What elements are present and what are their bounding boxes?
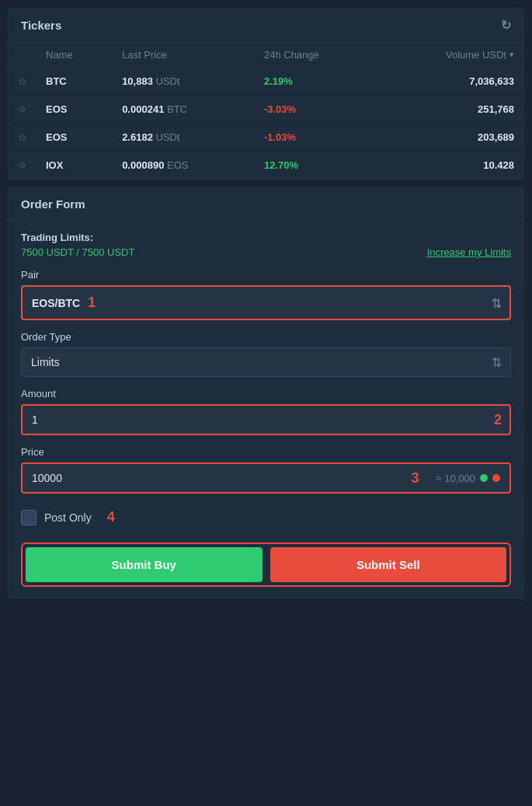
post-only-row: Post Only 4 bbox=[21, 504, 511, 530]
table-row: ☆ IOX 0.000890 EOS 12.70% 10.428 bbox=[9, 152, 523, 180]
price-approx: ≈ 10,000 bbox=[426, 473, 509, 484]
price-label: Price bbox=[21, 446, 511, 458]
ticker-name: EOS bbox=[37, 124, 113, 152]
ticker-volume: 7,036,633 bbox=[378, 68, 523, 96]
amount-input[interactable] bbox=[23, 406, 486, 434]
pair-group: Pair EOS/BTC 1 ⇅ bbox=[21, 269, 511, 320]
amount-input-box: 2 bbox=[21, 404, 511, 435]
tickers-table: Name Last Price 24h Change Volume USDt ▾… bbox=[9, 43, 523, 179]
order-form-body: Trading Limits: 7500 USDT / 7500 USDT In… bbox=[9, 221, 523, 598]
pair-select[interactable]: EOS/BTC 1 bbox=[21, 285, 511, 320]
post-only-label: Post Only bbox=[44, 511, 92, 524]
price-group: Price 3 ≈ 10,000 bbox=[21, 446, 511, 494]
table-row: ☆ EOS 0.000241 BTC -3.03% 251,768 bbox=[9, 96, 523, 124]
tickers-header-row: Name Last Price 24h Change Volume USDt ▾ bbox=[9, 43, 523, 68]
sort-icon[interactable]: ▾ bbox=[509, 50, 514, 60]
increase-limits-link[interactable]: Increase my Limits bbox=[427, 246, 511, 258]
price-input-box: 3 ≈ 10,000 bbox=[21, 462, 511, 494]
amount-label: Amount bbox=[21, 388, 511, 400]
price-approx-value: ≈ 10,000 bbox=[436, 473, 475, 484]
ticker-price: 0.000241 BTC bbox=[113, 96, 255, 124]
order-type-group: Order Type Limits Market Stop Limit bbox=[21, 331, 511, 377]
col-name: Name bbox=[37, 43, 113, 68]
tickers-title: Tickers bbox=[21, 19, 61, 32]
dot-green-icon bbox=[480, 474, 488, 482]
amount-group: Amount 2 bbox=[21, 388, 511, 435]
refresh-icon[interactable]: ↻ bbox=[501, 18, 511, 33]
col-volume: Volume USDt ▾ bbox=[378, 43, 523, 68]
order-type-label: Order Type bbox=[21, 331, 511, 343]
order-form-panel: Order Form Trading Limits: 7500 USDT / 7… bbox=[8, 187, 524, 598]
submit-sell-button[interactable]: Submit Sell bbox=[270, 547, 507, 582]
col-favorite bbox=[9, 43, 37, 68]
pair-value: EOS/BTC bbox=[32, 297, 80, 309]
tickers-panel: Tickers ↻ Name Last Price 24h Change Vol… bbox=[8, 8, 524, 180]
price-step: 3 bbox=[403, 470, 426, 487]
ticker-name: EOS bbox=[37, 96, 113, 124]
ticker-volume: 251,768 bbox=[378, 96, 523, 124]
submit-row: Submit Buy Submit Sell bbox=[21, 543, 511, 587]
pair-step: 1 bbox=[80, 295, 103, 311]
ticker-change: -1.03% bbox=[255, 124, 378, 152]
trading-limits-section: Trading Limits: 7500 USDT / 7500 USDT In… bbox=[21, 232, 511, 258]
trading-limits-row: 7500 USDT / 7500 USDT Increase my Limits bbox=[21, 246, 511, 258]
ticker-change: -3.03% bbox=[255, 96, 378, 124]
ticker-volume: 10.428 bbox=[378, 152, 523, 180]
order-type-select[interactable]: Limits Market Stop Limit bbox=[21, 347, 511, 377]
post-only-step: 4 bbox=[107, 509, 115, 525]
ticker-price: 10,883 USDt bbox=[113, 68, 255, 96]
ticker-volume: 203,689 bbox=[378, 124, 523, 152]
table-row: ☆ EOS 2.6182 USDt -1.03% 203,689 bbox=[9, 124, 523, 152]
order-type-select-wrapper: Limits Market Stop Limit bbox=[21, 347, 511, 377]
order-form-title: Order Form bbox=[21, 197, 85, 211]
ticker-change: 2.19% bbox=[255, 68, 378, 96]
submit-buy-button[interactable]: Submit Buy bbox=[26, 547, 263, 582]
price-input[interactable] bbox=[23, 464, 403, 492]
favorite-star[interactable]: ☆ bbox=[9, 152, 37, 180]
post-only-checkbox[interactable] bbox=[21, 510, 37, 525]
trading-limits-label: Trading Limits: bbox=[21, 232, 511, 243]
ticker-name: BTC bbox=[37, 68, 113, 96]
ticker-price: 0.000890 EOS bbox=[113, 152, 255, 180]
ticker-change: 12.70% bbox=[255, 152, 378, 180]
tickers-header: Tickers ↻ bbox=[9, 9, 523, 43]
dot-red-icon bbox=[492, 474, 500, 482]
ticker-name: IOX bbox=[37, 152, 113, 180]
order-form-header: Order Form bbox=[9, 188, 523, 221]
col-last-price: Last Price bbox=[113, 43, 255, 68]
col-change: 24h Change bbox=[255, 43, 378, 68]
favorite-star[interactable]: ☆ bbox=[9, 68, 37, 96]
trading-limits-value: 7500 USDT / 7500 USDT bbox=[21, 246, 134, 258]
amount-step: 2 bbox=[486, 412, 509, 428]
favorite-star[interactable]: ☆ bbox=[9, 124, 37, 152]
favorite-star[interactable]: ☆ bbox=[9, 96, 37, 124]
pair-label: Pair bbox=[21, 269, 511, 281]
ticker-price: 2.6182 USDt bbox=[113, 124, 255, 152]
pair-select-wrapper: EOS/BTC 1 ⇅ bbox=[21, 285, 511, 320]
table-row: ☆ BTC 10,883 USDt 2.19% 7,036,633 bbox=[9, 68, 523, 96]
tickers-body: ☆ BTC 10,883 USDt 2.19% 7,036,633 ☆ EOS … bbox=[9, 68, 523, 180]
